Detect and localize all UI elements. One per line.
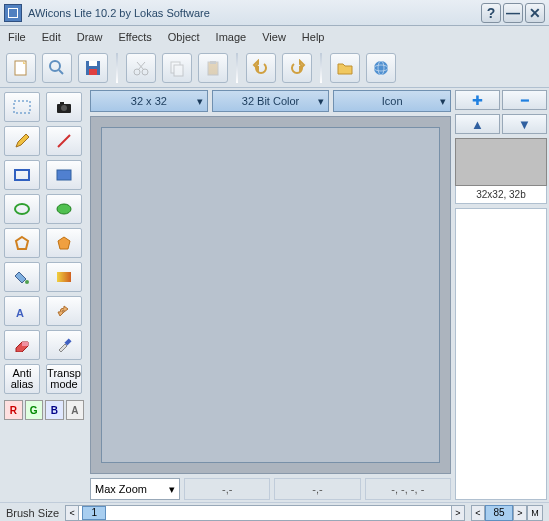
antialias-label: Anti alias	[11, 368, 34, 390]
right-decrease-button[interactable]: <	[471, 505, 485, 521]
svg-point-22	[15, 204, 29, 214]
coord-1: -,-	[184, 478, 270, 500]
filled-rectangle-tool[interactable]	[46, 160, 82, 190]
type-value: Icon	[382, 95, 403, 107]
cut-button[interactable]	[126, 53, 156, 83]
copy-button[interactable]	[162, 53, 192, 83]
eyedropper-tool[interactable]	[46, 330, 82, 360]
paste-button[interactable]	[198, 53, 228, 83]
menu-view[interactable]: View	[262, 31, 286, 43]
svg-point-17	[61, 105, 67, 111]
channel-r[interactable]: R	[4, 400, 23, 420]
save-button[interactable]	[78, 53, 108, 83]
svg-rect-4	[89, 61, 97, 66]
svg-rect-18	[60, 102, 64, 105]
web-button[interactable]	[366, 53, 396, 83]
camera-tool[interactable]	[46, 92, 82, 122]
m-button[interactable]: M	[527, 505, 543, 521]
size-dropdown[interactable]: 32 x 32	[90, 90, 208, 112]
window-title: AWicons Lite 10.2 by Lokas Software	[28, 7, 479, 19]
svg-marker-25	[58, 237, 70, 249]
zoom-dropdown[interactable]: Max Zoom	[90, 478, 180, 500]
filled-ellipse-tool[interactable]	[46, 194, 82, 224]
menu-draw[interactable]: Draw	[77, 31, 103, 43]
transp-label: Transp mode	[47, 368, 81, 390]
svg-point-1	[50, 61, 60, 71]
svg-rect-9	[174, 65, 183, 76]
right-value: 85	[485, 505, 513, 521]
filled-polygon-tool[interactable]	[46, 228, 82, 258]
move-tool[interactable]	[46, 296, 82, 326]
toolbar-separator	[116, 53, 118, 83]
brush-size-slider[interactable]: < 1 >	[65, 505, 465, 521]
line-tool[interactable]	[46, 126, 82, 156]
move-down-button[interactable]: ▼	[502, 114, 547, 134]
remove-format-button[interactable]: ━	[502, 90, 547, 110]
menu-image[interactable]: Image	[216, 31, 247, 43]
gradient-tool[interactable]	[46, 262, 82, 292]
svg-text:A: A	[16, 307, 24, 319]
menu-object[interactable]: Object	[168, 31, 200, 43]
rectangle-tool[interactable]	[4, 160, 40, 190]
select-rect-tool[interactable]	[4, 92, 40, 122]
toolbar-separator	[320, 53, 322, 83]
minimize-button[interactable]: —	[503, 3, 523, 23]
coord-2: -,-	[274, 478, 360, 500]
menu-help[interactable]: Help	[302, 31, 325, 43]
format-list[interactable]	[455, 208, 547, 500]
move-up-button[interactable]: ▲	[455, 114, 500, 134]
antialias-toggle[interactable]: Anti alias	[4, 364, 40, 394]
polygon-tool[interactable]	[4, 228, 40, 258]
zoom-button[interactable]	[42, 53, 72, 83]
brush-decrease-button[interactable]: <	[65, 505, 79, 521]
open-folder-button[interactable]	[330, 53, 360, 83]
svg-rect-5	[89, 69, 97, 75]
menu-effects[interactable]: Effects	[118, 31, 151, 43]
toolbar-separator	[236, 53, 238, 83]
redo-button[interactable]	[282, 53, 312, 83]
brush-increase-button[interactable]: >	[451, 505, 465, 521]
center-column: 32 x 32 32 Bit Color Icon Max Zoom -,- -…	[88, 88, 453, 502]
preview-thumbnail[interactable]	[455, 138, 547, 186]
add-format-button[interactable]: ✚	[455, 90, 500, 110]
help-button[interactable]: ?	[481, 3, 501, 23]
pencil-tool[interactable]	[4, 126, 40, 156]
channel-b[interactable]: B	[45, 400, 64, 420]
zoom-value: Max Zoom	[95, 483, 147, 495]
svg-rect-21	[57, 170, 71, 180]
size-value: 32 x 32	[131, 95, 167, 107]
svg-point-23	[57, 204, 71, 214]
colordepth-value: 32 Bit Color	[242, 95, 299, 107]
main-toolbar	[0, 48, 549, 88]
svg-line-2	[59, 70, 63, 74]
right-increase-button[interactable]: >	[513, 505, 527, 521]
channel-g[interactable]: G	[25, 400, 44, 420]
svg-rect-15	[14, 101, 30, 113]
tool-panel: A Anti alias Transp mode R G B A	[0, 88, 88, 502]
svg-point-12	[374, 61, 388, 75]
canvas-viewport[interactable]	[90, 116, 451, 474]
brush-slider-track[interactable]: 1	[79, 505, 451, 521]
brush-size-label: Brush Size	[6, 507, 59, 519]
svg-rect-11	[210, 61, 216, 64]
menu-edit[interactable]: Edit	[42, 31, 61, 43]
ellipse-tool[interactable]	[4, 194, 40, 224]
titlebar: AWicons Lite 10.2 by Lokas Software ? — …	[0, 0, 549, 26]
color-depth-dropdown[interactable]: 32 Bit Color	[212, 90, 330, 112]
svg-point-7	[142, 69, 148, 75]
canvas[interactable]	[101, 127, 440, 463]
new-button[interactable]	[6, 53, 36, 83]
channel-a[interactable]: A	[66, 400, 85, 420]
text-tool[interactable]: A	[4, 296, 40, 326]
coord-3: -, -, -, -	[365, 478, 451, 500]
brush-size-value[interactable]: 1	[82, 506, 106, 520]
type-dropdown[interactable]: Icon	[333, 90, 451, 112]
svg-rect-27	[57, 272, 71, 282]
eraser-tool[interactable]	[4, 330, 40, 360]
close-button[interactable]: ✕	[525, 3, 545, 23]
transparency-toggle[interactable]: Transp mode	[46, 364, 82, 394]
app-icon	[4, 4, 22, 22]
menu-file[interactable]: File	[8, 31, 26, 43]
fill-tool[interactable]	[4, 262, 40, 292]
undo-button[interactable]	[246, 53, 276, 83]
